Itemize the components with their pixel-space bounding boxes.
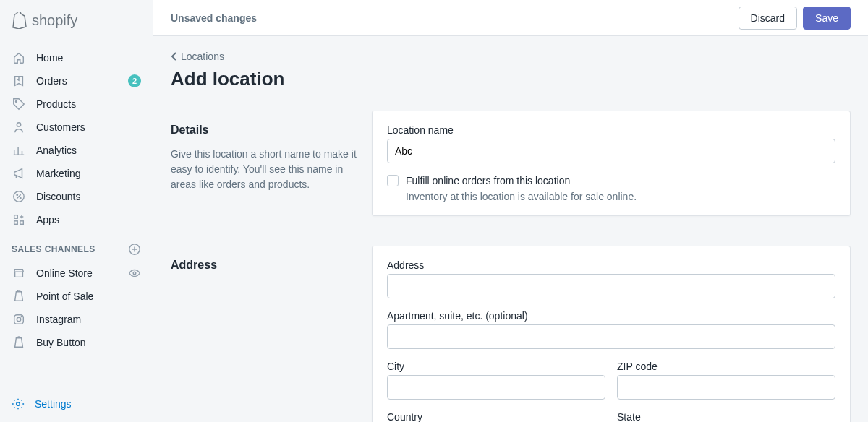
pos-icon <box>12 289 26 303</box>
discount-icon <box>12 189 26 204</box>
orders-icon <box>12 74 26 88</box>
instagram-icon <box>12 312 26 327</box>
buy-button-icon <box>12 335 26 350</box>
tag-icon <box>12 97 26 111</box>
svg-point-0 <box>16 101 17 103</box>
address-aside: Address <box>171 246 357 422</box>
content: Locations Add location Details Give this… <box>153 36 868 422</box>
nav-label: Analytics <box>36 145 77 156</box>
apt-input[interactable] <box>387 324 835 349</box>
nav-label: Products <box>36 98 76 110</box>
address-field: Address <box>387 259 835 298</box>
svg-point-12 <box>21 316 22 316</box>
nav-label: Home <box>36 52 63 64</box>
nav-customers[interactable]: Customers <box>0 116 153 139</box>
svg-point-1 <box>17 123 20 126</box>
zip-field: ZIP code <box>617 361 835 411</box>
page-title: Add location <box>171 68 851 90</box>
fulfill-label: Fulfill online orders from this location <box>406 175 570 186</box>
primary-nav: Home Orders 2 Products Customers Analyti… <box>0 40 153 390</box>
nav-label: Buy Button <box>36 337 86 348</box>
zip-input[interactable] <box>617 375 835 400</box>
brand-logo[interactable]: shopify <box>12 12 77 29</box>
svg-rect-6 <box>20 221 24 225</box>
nav-label: Customers <box>36 121 85 133</box>
person-icon <box>12 120 26 134</box>
address-card: Address Apartment, suite, etc. (optional… <box>372 246 851 422</box>
nav-products[interactable]: Products <box>0 92 153 116</box>
nav-buy-button[interactable]: Buy Button <box>0 331 153 354</box>
sidebar: shopify Home Orders 2 Products Customers <box>0 0 153 422</box>
nav-label: Instagram <box>36 314 81 325</box>
megaphone-icon <box>12 166 26 181</box>
details-heading: Details <box>171 124 357 137</box>
nav-instagram[interactable]: Instagram <box>0 308 153 331</box>
fulfill-checkbox[interactable] <box>387 175 399 186</box>
details-card: Location name Fulfill online orders from… <box>372 111 851 216</box>
address-section: Address Address Apartment, suite, etc. (… <box>171 246 851 422</box>
location-name-field: Location name <box>387 124 835 163</box>
channels-header: SALES CHANNELS <box>0 231 153 262</box>
nav-discounts[interactable]: Discounts <box>0 185 153 208</box>
section-divider <box>171 231 851 231</box>
nav-online-store[interactable]: Online Store <box>0 262 153 285</box>
nav-label: Orders <box>36 75 67 87</box>
svg-rect-5 <box>14 215 18 219</box>
sidebar-footer: Settings <box>0 390 153 422</box>
city-input[interactable] <box>387 375 605 400</box>
nav-analytics[interactable]: Analytics <box>0 139 153 162</box>
nav-label: Discounts <box>36 191 80 202</box>
details-description: Give this location a short name to make … <box>171 147 357 192</box>
gear-icon <box>12 397 25 410</box>
address-input[interactable] <box>387 274 835 298</box>
location-name-label: Location name <box>387 124 835 136</box>
svg-point-3 <box>17 194 17 195</box>
city-label: City <box>387 361 605 372</box>
details-aside: Details Give this location a short name … <box>171 111 357 216</box>
logo-area: shopify <box>0 0 153 40</box>
nav-orders[interactable]: Orders 2 <box>0 69 153 92</box>
city-field: City <box>387 361 605 400</box>
zip-label: ZIP code <box>617 361 835 372</box>
topbar: Unsaved changes Discard Save <box>153 0 868 36</box>
analytics-icon <box>12 143 26 158</box>
add-channel-icon[interactable] <box>128 243 141 256</box>
address-heading: Address <box>171 259 357 272</box>
apps-icon <box>12 212 26 227</box>
svg-point-4 <box>20 198 21 199</box>
nav-settings[interactable]: Settings <box>12 397 141 410</box>
topbar-status: Unsaved changes <box>171 12 257 24</box>
breadcrumb[interactable]: Locations <box>171 51 224 62</box>
save-button[interactable]: Save <box>803 7 851 30</box>
topbar-actions: Discard Save <box>739 7 851 30</box>
main-area: Unsaved changes Discard Save Locations A… <box>153 0 868 422</box>
svg-point-11 <box>17 317 20 321</box>
nav-home[interactable]: Home <box>0 46 153 69</box>
section-label: SALES CHANNELS <box>12 244 95 254</box>
apt-field: Apartment, suite, etc. (optional) <box>387 310 835 349</box>
apt-label: Apartment, suite, etc. (optional) <box>387 310 835 322</box>
eye-icon[interactable] <box>128 267 141 280</box>
nav-apps[interactable]: Apps <box>0 208 153 231</box>
address-label: Address <box>387 259 835 271</box>
fulfill-help: Inventory at this location is available … <box>406 191 835 202</box>
shopify-bag-icon <box>12 12 27 29</box>
svg-rect-7 <box>14 221 18 225</box>
orders-badge: 2 <box>128 74 141 87</box>
country-label: Country <box>387 411 605 422</box>
nav-label: Point of Sale <box>36 290 93 302</box>
discard-button[interactable]: Discard <box>739 7 797 30</box>
country-field: Country <box>387 411 605 422</box>
nav-marketing[interactable]: Marketing <box>0 162 153 185</box>
settings-label: Settings <box>35 398 72 410</box>
nav-label: Online Store <box>36 267 93 279</box>
state-label: State <box>617 411 835 422</box>
nav-label: Marketing <box>36 168 80 179</box>
nav-point-of-sale[interactable]: Point of Sale <box>0 285 153 308</box>
nav-label: Apps <box>36 214 59 225</box>
state-field: State <box>617 411 835 422</box>
fulfill-checkbox-row[interactable]: Fulfill online orders from this location <box>387 175 835 186</box>
store-icon <box>12 266 26 280</box>
details-section: Details Give this location a short name … <box>171 111 851 216</box>
location-name-input[interactable] <box>387 139 835 163</box>
